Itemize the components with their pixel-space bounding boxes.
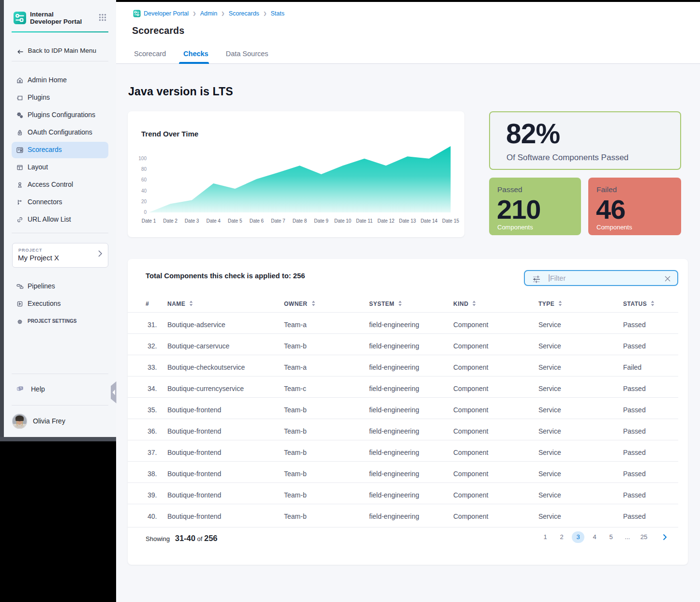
- svg-text:Date 6: Date 6: [250, 218, 264, 224]
- svg-text:Date 5: Date 5: [228, 218, 242, 224]
- svg-text:Date 1: Date 1: [142, 218, 156, 224]
- svg-text:Date 3: Date 3: [185, 218, 199, 224]
- svg-text:Date 8: Date 8: [293, 218, 307, 224]
- svg-text:0: 0: [144, 210, 147, 215]
- svg-text:40: 40: [141, 188, 147, 194]
- svg-text:20: 20: [141, 199, 147, 204]
- svg-text:100: 100: [138, 156, 147, 161]
- svg-text:Date 4: Date 4: [206, 218, 221, 224]
- svg-text:Date 7: Date 7: [271, 218, 285, 224]
- svg-text:Date 10: Date 10: [334, 218, 351, 224]
- svg-text:Date 13: Date 13: [399, 218, 416, 224]
- svg-text:Date 15: Date 15: [442, 218, 459, 224]
- svg-text:80: 80: [141, 166, 147, 172]
- svg-text:60: 60: [141, 177, 147, 182]
- svg-text:Date 14: Date 14: [420, 218, 437, 224]
- svg-text:Date 12: Date 12: [377, 218, 394, 224]
- svg-text:Date 2: Date 2: [163, 218, 178, 224]
- svg-text:Date 9: Date 9: [314, 218, 328, 224]
- svg-text:Date 11: Date 11: [356, 218, 373, 224]
